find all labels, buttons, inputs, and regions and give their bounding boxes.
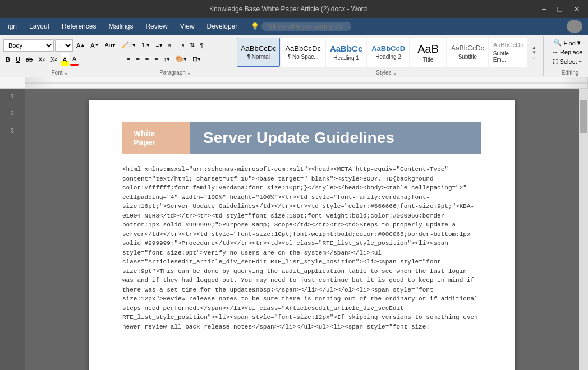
select-button[interactable]: ⬚ Select ~ (551, 57, 584, 66)
font-shrink-button[interactable]: A▼ (88, 39, 101, 52)
document-header: White Paper Server Update Guidelines (122, 122, 481, 154)
scroll-down-icon[interactable]: ▼ (532, 50, 536, 55)
header-title: Server Update Guidelines (190, 122, 481, 154)
select-icon: ⬚ (553, 58, 558, 65)
menu-bar: ign Layout References Mailings Review Vi… (0, 18, 588, 35)
ruler-content (25, 77, 588, 88)
document-scroll[interactable]: White Paper Server Update Guidelines <ht… (25, 89, 579, 370)
superscript-button[interactable]: X2 (48, 53, 59, 66)
change-case-button[interactable]: Aa▾ (103, 39, 118, 52)
replace-button[interactable]: ↔ Replace (550, 48, 584, 56)
align-right-button[interactable]: ≡ (143, 53, 151, 66)
scroll-more-icon[interactable]: ⌄ (532, 55, 536, 60)
font-name-row: Body 11 A▲ A▼ Aa▾ 🧹 (3, 39, 131, 52)
menu-item-sign[interactable]: ign (2, 20, 22, 33)
style-heading1[interactable]: AaBbCc Heading 1 (326, 38, 366, 67)
decrease-indent-button[interactable]: ⇤ (166, 39, 176, 52)
justify-button[interactable]: ≡ (152, 53, 160, 66)
restore-button[interactable]: □ (554, 3, 566, 15)
style-subtitle-label: Subtitle (458, 54, 477, 60)
find-dropdown-icon: ▾ (577, 39, 581, 47)
ribbon-main-row: Body 11 A▲ A▼ Aa▾ 🧹 B U ab X (0, 35, 588, 77)
title-bar-title: Knowledge Base White Paper Article (2).d… (38, 5, 538, 13)
menu-item-mailings[interactable]: Mailings (103, 20, 139, 33)
multilevel-button[interactable]: ≡▾ (153, 39, 164, 52)
bullets-button[interactable]: ☰▾ (125, 39, 138, 52)
scroll-up-icon[interactable]: ▲ (532, 45, 536, 50)
document-body[interactable]: <html xmlns:msxsl="urn:schemas-microsoft… (122, 165, 481, 331)
editing-group-label[interactable]: Editing (547, 68, 588, 76)
font-grow-button[interactable]: A▲ (74, 39, 87, 52)
document-area: 1 2 3 White Paper Server Update Guidelin… (0, 89, 588, 370)
sidebar-marker-3: 3 (11, 128, 14, 134)
sort-button[interactable]: ⇅ (187, 39, 197, 52)
ruler-svg (25, 77, 587, 89)
style-title-label: Title (423, 57, 434, 63)
para-align-row: ≡ ≡ ≡ ≡ ↕▾ 🎨▾ ⊞▾ (125, 53, 206, 66)
close-button[interactable]: ✕ (570, 3, 584, 15)
text-highlight-button[interactable]: A (61, 53, 69, 66)
sidebar-marker-2: 2 (11, 110, 14, 117)
header-tag: White Paper (122, 122, 190, 154)
para-controls: ☰▾ 1.▾ ≡▾ ⇤ ⇥ ⇅ ¶ ≡ ≡ ≡ ≡ ↕▾ 🎨▾ (125, 39, 206, 66)
style-heading2[interactable]: AaBbCcD Heading 2 (368, 38, 409, 67)
ribbon: Body 11 A▲ A▼ Aa▾ 🧹 B U ab X (0, 35, 588, 77)
menu-item-view[interactable]: View (174, 20, 200, 33)
strikethrough-button[interactable]: ab (24, 53, 35, 66)
vertical-scrollbar[interactable] (579, 89, 588, 370)
font-controls: Body 11 A▲ A▼ Aa▾ 🧹 B U ab X (3, 39, 131, 66)
style-h1-label: Heading 1 (333, 55, 359, 61)
ruler (0, 77, 588, 89)
style-h1-preview: AaBbCc (330, 44, 362, 54)
find-button[interactable]: 🔍 Find ▾ (552, 39, 582, 47)
show-marks-button[interactable]: ¶ (198, 39, 206, 52)
subscript-button[interactable]: X2 (36, 53, 47, 66)
line-spacing-button[interactable]: ↕▾ (162, 53, 173, 66)
sidebar-marker-1: 1 (11, 93, 14, 99)
scrollbar-thumb[interactable] (580, 100, 587, 133)
underline-button[interactable]: U (13, 53, 22, 66)
borders-button[interactable]: ⊞▾ (190, 53, 203, 66)
style-subtle-label: Subtle Em... (493, 50, 523, 63)
style-normal[interactable]: AaBbCcDc ¶ Normal (237, 38, 280, 67)
minimize-button[interactable]: − (538, 3, 549, 15)
paragraph-expand-icon: ⌄ (187, 70, 191, 76)
style-title[interactable]: AaB Title (410, 38, 446, 67)
menu-item-layout[interactable]: Layout (24, 20, 55, 33)
menu-item-review[interactable]: Review (140, 20, 173, 33)
font-size-select[interactable]: 11 (55, 39, 73, 52)
style-h2-preview: AaBbCcD (371, 44, 405, 53)
style-h2-label: Heading 2 (375, 54, 401, 60)
style-subtitle[interactable]: AaBbCcDc Subtitle (447, 38, 488, 67)
style-subtle[interactable]: AaBbCcDc Subtle Em... (489, 38, 527, 67)
menu-item-references[interactable]: References (56, 20, 102, 33)
menu-item-developer[interactable]: Developer (201, 20, 244, 33)
document-page: White Paper Server Update Guidelines <ht… (89, 100, 515, 370)
font-name-select[interactable]: Body (3, 39, 54, 52)
styles-expand-icon: ⌄ (393, 70, 397, 76)
left-sidebar: 1 2 3 (0, 89, 25, 370)
styles-group-label[interactable]: Styles ⌄ (235, 68, 539, 76)
shading-button[interactable]: 🎨▾ (173, 53, 189, 66)
font-group: Body 11 A▲ A▼ Aa▾ 🧹 B U ab X (3, 36, 121, 76)
tell-me-section: 💡 (251, 22, 351, 31)
title-bar-controls: − □ ✕ (538, 3, 584, 15)
user-icon-area (567, 20, 582, 33)
bold-button[interactable]: B (3, 53, 12, 66)
font-color-button[interactable]: A (70, 53, 79, 66)
tell-me-input[interactable] (261, 22, 351, 31)
font-expand-icon: ⌄ (64, 70, 68, 76)
replace-icon: ↔ (552, 49, 558, 55)
font-group-label[interactable]: Font ⌄ (3, 68, 116, 76)
align-center-button[interactable]: ≡ (134, 53, 141, 66)
numbering-button[interactable]: 1.▾ (139, 39, 152, 52)
increase-indent-button[interactable]: ⇥ (177, 39, 186, 52)
paragraph-group: ☰▾ 1.▾ ≡▾ ⇤ ⇥ ⇅ ¶ ≡ ≡ ≡ ≡ ↕▾ 🎨▾ (125, 36, 231, 76)
align-left-button[interactable]: ≡ (125, 53, 132, 66)
editing-controls: 🔍 Find ▾ ↔ Replace ⬚ Select ~ (547, 38, 587, 67)
find-icon: 🔍 (554, 39, 562, 47)
styles-gallery: AaBbCcDc ¶ Normal AaBbCcDc ¶ No Spac... … (235, 36, 530, 68)
style-nospace[interactable]: AaBbCcDc ¶ No Spac... (281, 38, 324, 67)
styles-scroll-controls: ▲ ▼ ⌄ (530, 44, 539, 61)
paragraph-group-label[interactable]: Paragraph ⌄ (125, 68, 226, 76)
